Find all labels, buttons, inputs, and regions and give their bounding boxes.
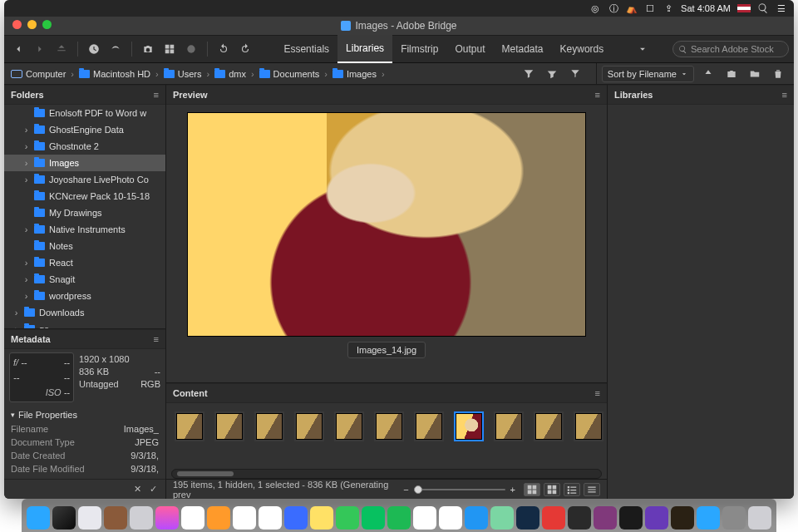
- apply-metadata-button[interactable]: ✓: [150, 484, 157, 495]
- view-thumbnails-button[interactable]: [544, 483, 560, 496]
- folder-item-images[interactable]: ›Images: [4, 155, 165, 171]
- workspace-tab-essentials[interactable]: Essentials: [275, 35, 337, 63]
- new-folder-button[interactable]: [746, 65, 764, 83]
- flag-icon[interactable]: [737, 4, 751, 12]
- thumbnail-item[interactable]: [534, 411, 564, 441]
- folder-item-wordpress[interactable]: ›wordpress: [4, 288, 165, 304]
- wifi-icon[interactable]: ⇪: [663, 3, 674, 14]
- trash-button[interactable]: [769, 65, 787, 83]
- thumbnail-item[interactable]: [214, 411, 244, 441]
- dock-app-maps[interactable]: [490, 506, 514, 530]
- dock-app-pages[interactable]: [207, 506, 230, 530]
- workspace-tab-filmstrip[interactable]: Filmstrip: [392, 35, 446, 63]
- dock-app-downloads[interactable]: [722, 506, 746, 530]
- dock-app-trash[interactable]: [748, 506, 771, 530]
- refine-button[interactable]: [160, 40, 179, 58]
- close-window-button[interactable]: [12, 20, 22, 29]
- folder-item-react[interactable]: ›React: [4, 254, 165, 271]
- dock-app-recorder[interactable]: [619, 506, 643, 530]
- camera-import-button[interactable]: [139, 40, 157, 58]
- folders-panel-menu-icon[interactable]: ≡: [154, 90, 159, 100]
- preview-panel-menu-icon[interactable]: ≡: [595, 90, 600, 100]
- thumbnail-size-slider[interactable]: − +: [403, 485, 515, 495]
- file-properties-header[interactable]: ▾File Properties: [11, 407, 159, 422]
- preview-image[interactable]: [187, 112, 586, 337]
- libraries-panel-menu-icon[interactable]: ≡: [782, 90, 787, 100]
- dock-app-magnet[interactable]: [542, 506, 565, 530]
- rotate-ccw-button[interactable]: [214, 40, 233, 58]
- content-panel-header[interactable]: Content ≡: [166, 383, 607, 403]
- dock-app-character[interactable]: [645, 506, 668, 530]
- workspace-tab-metadata[interactable]: Metadata: [493, 35, 551, 63]
- info-icon[interactable]: ⓘ: [608, 2, 619, 15]
- workspace-tab-libraries[interactable]: Libraries: [337, 35, 392, 63]
- metadata-panel-menu-icon[interactable]: ≡: [154, 334, 159, 344]
- screen-icon[interactable]: ☐: [644, 3, 656, 14]
- dock-app-app[interactable]: [233, 506, 256, 530]
- dock-app-wechat[interactable]: [362, 506, 385, 530]
- back-button[interactable]: [9, 40, 27, 58]
- zoom-out-icon[interactable]: −: [403, 485, 408, 495]
- spotlight-icon[interactable]: [757, 2, 769, 14]
- open-recent-button[interactable]: [182, 40, 200, 58]
- fullscreen-window-button[interactable]: [42, 20, 52, 29]
- thumbnail-item[interactable]: [574, 411, 603, 441]
- folder-item-ghostengine-data[interactable]: ›GhostEngine Data: [4, 121, 165, 138]
- thumbnail-strip[interactable]: [166, 403, 607, 464]
- dock-app-bridge[interactable]: [671, 506, 694, 530]
- folder-item-native-instruments[interactable]: ›Native Instruments: [4, 221, 165, 238]
- breadcrumb-users[interactable]: Users: [164, 69, 202, 79]
- content-scrollbar[interactable]: [171, 469, 602, 479]
- dock-app-app3[interactable]: [439, 506, 462, 530]
- open-in-button[interactable]: [722, 65, 741, 83]
- dock-app-spotify[interactable]: [387, 506, 411, 530]
- folder-item-snagit[interactable]: ›Snagit: [4, 271, 165, 288]
- workspace-more-button[interactable]: [633, 40, 652, 58]
- thumbnail-item[interactable]: [454, 411, 484, 441]
- thumbnail-item[interactable]: [294, 411, 324, 441]
- thumbnail-item[interactable]: [175, 411, 204, 441]
- dock-app-finder2[interactable]: [697, 506, 720, 530]
- thumbnail-item[interactable]: [254, 411, 284, 441]
- folders-panel-header[interactable]: Folders ≡: [4, 85, 165, 105]
- folder-item-go[interactable]: ›go: [4, 321, 165, 328]
- sort-asc-button[interactable]: [699, 65, 717, 83]
- rotate-cw-button[interactable]: [236, 40, 254, 58]
- thumbnail-item[interactable]: [374, 411, 404, 441]
- dock-app-steam[interactable]: [516, 506, 539, 530]
- dock-app-contacts[interactable]: [104, 506, 127, 530]
- breadcrumb-documents[interactable]: Documents: [259, 69, 320, 79]
- dock-app-app2[interactable]: [259, 506, 282, 530]
- view-list-button[interactable]: [584, 483, 600, 496]
- dock-app-notes[interactable]: [310, 506, 333, 530]
- cc-icon[interactable]: ◎: [589, 3, 601, 14]
- dock-app-itunes[interactable]: [155, 506, 179, 530]
- view-details-button[interactable]: [564, 483, 580, 496]
- dock-app-finder[interactable]: [27, 506, 50, 530]
- thumbnail-item[interactable]: [334, 411, 364, 441]
- folder-item-joyoshare-livephoto-co[interactable]: ›Joyoshare LivePhoto Co: [4, 171, 165, 188]
- libraries-panel-header[interactable]: Libraries ≡: [608, 85, 794, 105]
- dock-app-translate[interactable]: [284, 506, 308, 530]
- dock-app-safari[interactable]: [78, 506, 101, 530]
- breadcrumb-macintosh-hd[interactable]: Macintosh HD: [79, 69, 150, 79]
- zoom-in-icon[interactable]: +: [510, 485, 515, 495]
- preview-panel-header[interactable]: Preview ≡: [166, 85, 607, 105]
- folder-item-downloads[interactable]: ›Downloads: [4, 304, 165, 321]
- dock-app-calendar[interactable]: [181, 506, 204, 530]
- folder-item-enolsoft-pdf-to-word-w[interactable]: Enolsoft PDF to Word w: [4, 105, 165, 121]
- thumbnail-item[interactable]: [414, 411, 444, 441]
- breadcrumb-dmx[interactable]: dmx: [214, 69, 246, 79]
- boomerang-button[interactable]: [106, 40, 125, 58]
- folder-item-notes[interactable]: Notes: [4, 238, 165, 254]
- folder-item-ghostnote-2[interactable]: ›Ghostnote 2: [4, 138, 165, 155]
- menubar-time[interactable]: Sat 4:08 AM: [681, 3, 731, 13]
- dock-app-messages[interactable]: [336, 506, 359, 530]
- folder-item-kcncrew-pack-10-15-18[interactable]: KCNcrew Pack 10-15-18: [4, 188, 165, 204]
- sort-dropdown[interactable]: Sort by Filename: [602, 66, 694, 82]
- dock-app-chrome[interactable]: [413, 506, 436, 530]
- search-input[interactable]: Search Adobe Stock: [672, 41, 789, 57]
- dock-app-onenote[interactable]: [594, 506, 617, 530]
- dock-app-settings[interactable]: [130, 506, 153, 530]
- filter-dropdown[interactable]: [566, 65, 584, 83]
